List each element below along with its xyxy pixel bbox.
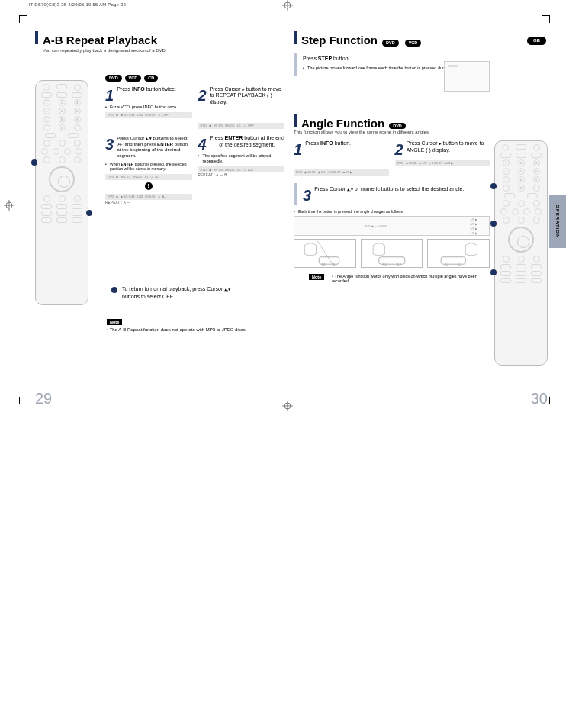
badge-dvd: DVD [105,75,122,82]
crop-mark [542,15,550,23]
badge-dvd: DVD [382,40,399,47]
remote-highlight-cursor [490,269,497,275]
angle-osd-2: DVD◆ 00:00◆ 1/1◇ 0:00:37■1/3 ▶ [395,160,490,166]
remote-highlight-numeric [490,183,497,189]
angle-step-number-1: 1 [294,140,302,156]
tv-preview-icon [444,61,490,92]
step-2-text: Press Cursor button to move to REPEAT PL… [210,86,284,106]
crop-mark [19,397,27,404]
caution-icon: ! [145,182,153,190]
vcd-tip: For a VCD, press INFO button once. [105,105,192,110]
remote-highlight-info [490,221,497,227]
remote-highlight-enter [86,210,92,216]
badge-dvd: DVD [389,123,406,130]
remote-illustration-angle: 123 456 789 0 [494,140,548,366]
osd-strip-3a: DVD◆EN 1/5EN 2/51/1◇A- [105,174,192,180]
angle-step-3-text: Press Cursor , or numeric buttons to sel… [314,186,464,201]
page-30: GB Step Function DVD VCD Press STEP butt… [289,31,548,403]
angle-thumb-3 [427,239,490,268]
page-title-ab-repeat: A-B Repeat Playback [43,34,157,47]
angle-subtitle: This function allows you to view the sam… [294,130,543,134]
remote-highlight-info [31,159,37,166]
angle-each-time: Each time the button is pressed, the ang… [294,209,490,214]
angle-sequence-diagram: DVD ◆ ◇ 0:00:37 1/3 ▶ 2/3 ▶ 3/3 ▶ 1/3 ▶ [294,216,490,236]
registration-mark-top [282,0,293,11]
title-accent [294,31,297,44]
page-number-29: 29 [35,390,52,407]
registration-mark-left [4,200,14,211]
badge-vcd: VCD [125,75,142,82]
step-number-4: 4 [198,135,207,150]
badge-gb: GB [527,37,546,45]
note-text: The A-B Repeat function does not operate… [110,327,247,332]
page-number-30: 30 [531,390,548,407]
note-block: Note • The A-B Repeat function does not … [107,319,246,332]
angle-note-text: • The Angle function works only with dis… [332,274,490,283]
enter-tip: When ENTER button is pressed, the select… [105,162,192,172]
title-accent [35,31,38,44]
page-title-step-fn: Step Function [301,34,378,47]
osd-strip-3b: DVD◆■ 1/5 0:331/400:00:01◇A- [105,194,192,200]
page-29: A-B Repeat Playback You can repeatedly p… [31,31,289,403]
angle-thumb-2 [361,239,423,268]
step-1-text: Press INFO button twice. [117,86,176,101]
step-number-2: 2 [198,86,207,106]
disc-badges: DVD VCD CD [105,75,284,82]
osd-strip-2: DVD◆EN 1/5EN 2/51/1◇OFF [198,123,285,129]
angle-step-2-text: Press Cursor button to move to ANGLE ( )… [407,140,490,156]
step-4-text: Press ENTER button at the end of the des… [210,135,284,150]
return-bullet-icon [111,287,117,293]
svg-rect-12 [303,240,346,267]
title-accent [294,114,297,127]
side-tab-operation: OPERATION [549,195,566,248]
print-header: HT-DS79(GB)3-38 4/20/06 10:55 AM Page 32 [27,2,126,7]
osd-strip-4: DVD◆EN 1/5EN 2/51/1◇A-B [198,166,285,172]
subtitle: You can repeatedly play back a designate… [43,48,284,53]
angle-osd-1: DVD◆ 00:00◆ 1/1◇ 0:00:37■1/3 ▶ [294,169,389,176]
spec-tip: The specified segment will be played rep… [198,153,285,164]
angle-step-number-3: 3 [303,186,311,201]
cursor-up-icon [146,135,148,140]
badge-vcd: VCD [405,40,422,47]
angle-thumbnails [294,239,490,268]
note-label: Note [107,319,122,325]
step-number-3: 3 [105,135,114,159]
badge-cd: CD [144,75,158,82]
remote-illustration: 123 456 789 0 [35,80,88,305]
step-3-text: Press Cursor , buttons to select 'A-' an… [117,135,191,159]
angle-thumb-1 [294,239,356,268]
angle-step-number-2: 2 [395,140,403,156]
osd-strip-1: DVD◆■ 1/5 0:331/400:00:01◇OFF [105,112,192,118]
step-number-1: 1 [105,86,114,101]
angle-step-1-text: Press INFO button. [305,140,351,156]
angle-note-label: Note [309,274,324,280]
repeat-a-caption: REPEAT : A — [105,201,192,205]
return-text: To return to normal playback, press Curs… [122,285,230,301]
page-title-angle-fn: Angle Function [301,117,384,130]
repeat-ab-caption: REPEAT : A — B [198,173,285,177]
crop-mark [19,15,27,23]
